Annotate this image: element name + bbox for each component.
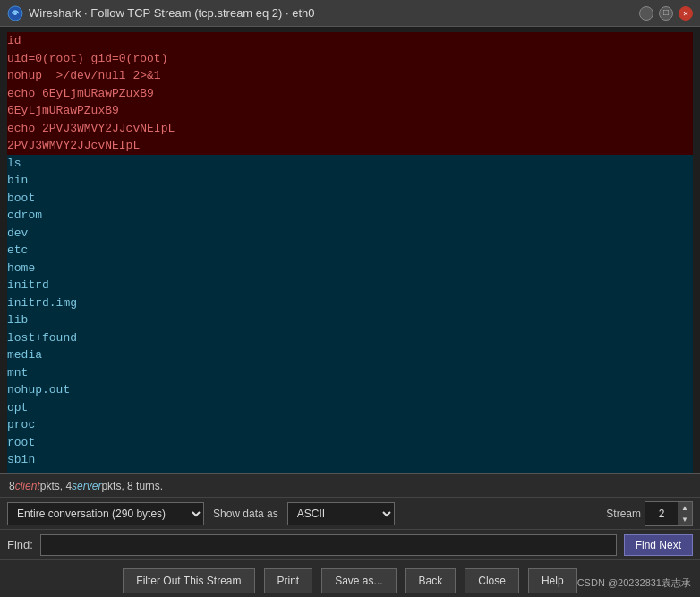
wireshark-logo-icon: [7, 5, 23, 21]
find-row: Find: Find Next: [0, 530, 700, 560]
stream-line: initrd.img: [7, 294, 693, 312]
stream-spinbox-buttons: ▲ ▼: [678, 502, 692, 525]
stream-up-button[interactable]: ▲: [678, 502, 692, 514]
title-bar-controls: — □ ✕: [639, 6, 693, 21]
status-client-label: client: [15, 480, 40, 492]
status-text-end: pkts, 8 turns.: [101, 480, 163, 492]
stream-line: 2PVJ3WMVY2JJcvNEIpL: [7, 137, 693, 155]
find-next-button[interactable]: Find Next: [624, 534, 693, 556]
stream-line: bin: [7, 172, 693, 190]
stream-line: lib: [7, 311, 693, 329]
conversation-select[interactable]: Entire conversation (290 bytes): [7, 502, 204, 525]
stream-line: 6EyLjmURawPZuxB9: [7, 102, 693, 120]
show-data-as-label: Show data as: [213, 507, 278, 520]
stream-line: mnt: [7, 364, 693, 382]
close-button[interactable]: ✕: [679, 6, 693, 21]
stream-line: uid=0(root) gid=0(root): [7, 50, 693, 68]
maximize-button[interactable]: □: [659, 6, 673, 21]
stream-line: cdrom: [7, 207, 693, 225]
tcp-stream-content[interactable]: iduid=0(root) gid=0(root)nohup >/dev/nul…: [0, 27, 700, 474]
stream-line: media: [7, 346, 693, 364]
find-label: Find:: [7, 538, 33, 551]
status-text-prefix: 8: [9, 480, 15, 492]
stream-line: nohup >/dev/null 2>&1: [7, 67, 693, 85]
status-text-mid: pkts, 4: [40, 480, 72, 492]
help-button[interactable]: Help: [528, 568, 577, 593]
save-as-button[interactable]: Save as...: [321, 568, 396, 593]
status-bar: 8 client pkts, 4 server pkts, 8 turns.: [0, 474, 700, 498]
stream-line: etc: [7, 242, 693, 260]
stream-line: home: [7, 260, 693, 277]
stream-line: opt: [7, 399, 693, 417]
toolbar-row: Entire conversation (290 bytes) Show dat…: [0, 498, 700, 530]
find-input[interactable]: [40, 534, 617, 556]
print-button[interactable]: Print: [264, 568, 313, 593]
stream-line: id: [7, 32, 693, 50]
stream-line: boot: [7, 190, 693, 208]
stream-line: root: [7, 434, 693, 452]
watermark: CSDN @20232831袁志承: [577, 576, 691, 590]
stream-label: Stream: [606, 507, 641, 520]
stream-line: nohup.out: [7, 381, 693, 399]
encoding-select[interactable]: ASCII Hex UTF-8: [287, 502, 395, 525]
status-server-label: server: [72, 480, 101, 492]
stream-line: echo 6EyLjmURawPZuxB9: [7, 85, 693, 103]
stream-line: ls: [7, 155, 693, 173]
close-button-action[interactable]: Close: [465, 568, 519, 593]
title-bar-left: Wireshark · Follow TCP Stream (tcp.strea…: [7, 5, 315, 21]
minimize-button[interactable]: —: [639, 6, 653, 21]
stream-control: Stream ▲ ▼: [606, 501, 693, 526]
title-bar: Wireshark · Follow TCP Stream (tcp.strea…: [0, 0, 700, 27]
stream-down-button[interactable]: ▼: [678, 514, 692, 525]
stream-line: echo 2PVJ3WMVY2JJcvNEIpL: [7, 120, 693, 138]
window-title: Wireshark · Follow TCP Stream (tcp.strea…: [29, 6, 315, 20]
stream-value-input[interactable]: [645, 502, 678, 525]
back-button[interactable]: Back: [405, 568, 457, 593]
stream-line: initrd: [7, 277, 693, 294]
stream-line: sbin: [7, 451, 693, 469]
stream-line: dev: [7, 225, 693, 243]
stream-spinbox: ▲ ▼: [645, 501, 693, 526]
filter-out-stream-button[interactable]: Filter Out This Stream: [123, 568, 254, 593]
stream-line: lost+found: [7, 329, 693, 347]
stream-line: proc: [7, 416, 693, 434]
svg-point-1: [13, 12, 17, 15]
